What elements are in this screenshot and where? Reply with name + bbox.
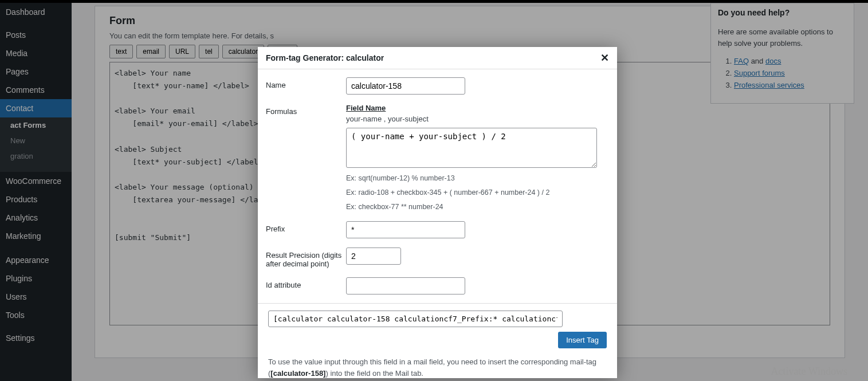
modal-footer: Insert Tag To use the value input throug… [258, 303, 617, 378]
modal-body[interactable]: Name Formulas Field Name your-name , you… [258, 69, 617, 303]
insert-tag-button[interactable]: Insert Tag [558, 332, 607, 348]
footer-note: To use the value input through this fiel… [268, 356, 607, 378]
input-id-attr[interactable] [346, 277, 465, 294]
field-names-list: your-name , your-subject [346, 115, 607, 123]
mail-tag-name: [calculator-158] [270, 369, 325, 378]
modal-header: Form-tag Generator: calculator ✕ [258, 47, 617, 69]
formula-textarea[interactable] [346, 128, 597, 168]
windows-activation-hint: Activate Windows [771, 366, 847, 378]
example-2: Ex: radio-108 + checkbox-345 + ( number-… [346, 187, 607, 198]
close-icon[interactable]: ✕ [600, 52, 609, 64]
field-name-heading: Field Name [346, 104, 607, 112]
label-id-attr: Id attribute [266, 277, 346, 289]
example-3: Ex: checkbox-77 ** number-24 [346, 202, 607, 213]
input-precision[interactable] [346, 248, 401, 265]
label-prefix: Prefix [266, 221, 346, 233]
input-name[interactable] [346, 77, 465, 95]
label-precision: Result Precision (digits after decimal p… [266, 248, 346, 268]
form-tag-generator-modal: Form-tag Generator: calculator ✕ Name Fo… [258, 47, 617, 378]
output-tag-input[interactable] [268, 311, 563, 327]
input-prefix[interactable] [346, 221, 465, 238]
modal-title: Form-tag Generator: calculator [266, 53, 384, 62]
label-name: Name [266, 77, 346, 89]
example-1: Ex: sqrt(number-12) % number-13 [346, 173, 607, 184]
label-formulas: Formulas [266, 104, 346, 116]
